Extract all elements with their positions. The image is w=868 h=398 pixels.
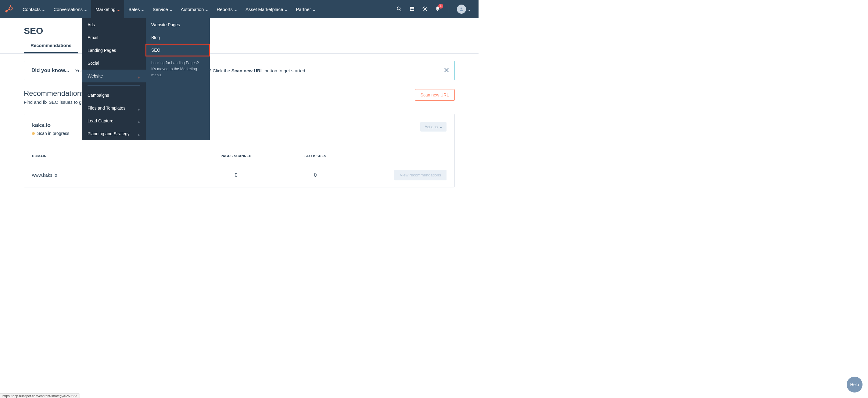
account-menu[interactable] bbox=[457, 5, 471, 14]
chevron-right-icon bbox=[138, 133, 140, 135]
divider bbox=[448, 5, 449, 13]
nav-label: Automation bbox=[181, 7, 204, 12]
dd-landing-pages[interactable]: Landing Pages bbox=[82, 44, 146, 57]
gear-icon[interactable] bbox=[422, 6, 428, 13]
dd-blog[interactable]: Blog bbox=[146, 31, 210, 44]
nav-sales[interactable]: Sales bbox=[124, 0, 149, 18]
nav-label: Asset Marketplace bbox=[246, 7, 283, 12]
cell-issues: 0 bbox=[276, 172, 355, 178]
col-pages: PAGES SCANNED bbox=[196, 154, 276, 158]
cell-domain: www.kaks.io bbox=[32, 172, 196, 178]
chevron-right-icon bbox=[138, 120, 140, 122]
nav-asset-marketplace[interactable]: Asset Marketplace bbox=[241, 0, 291, 18]
dd-note: Looking for Landing Pages? It's moved to… bbox=[146, 56, 210, 84]
nav-automation[interactable]: Automation bbox=[177, 0, 213, 18]
scan-new-url-button[interactable]: Scan new URL bbox=[415, 89, 455, 101]
chevron-right-icon bbox=[138, 75, 140, 77]
dd-planning-strategy[interactable]: Planning and Strategy bbox=[82, 127, 146, 140]
table-row: www.kaks.io 0 0 View recommendations bbox=[24, 163, 455, 187]
tabs: Recommendations Topics bbox=[0, 43, 478, 54]
svg-rect-7 bbox=[410, 8, 414, 11]
nav-label: Marketing bbox=[95, 7, 116, 12]
chevron-down-icon bbox=[42, 8, 45, 11]
nav-reports[interactable]: Reports bbox=[212, 0, 241, 18]
chevron-down-icon bbox=[439, 125, 442, 128]
dd-email[interactable]: Email bbox=[82, 31, 146, 44]
table-header: DOMAIN PAGES SCANNED SEO ISSUES bbox=[24, 154, 455, 163]
chevron-down-icon bbox=[141, 8, 144, 11]
dropdown-col-2: Website Pages Blog SEO Looking for Landi… bbox=[146, 18, 210, 140]
nav-label: Conversations bbox=[53, 7, 83, 12]
svg-line-2 bbox=[7, 9, 9, 11]
nav-label: Sales bbox=[128, 7, 140, 12]
dd-website[interactable]: Website bbox=[82, 69, 146, 82]
dd-social[interactable]: Social bbox=[82, 57, 146, 69]
col-domain: DOMAIN bbox=[32, 154, 196, 158]
nav-partner[interactable]: Partner bbox=[291, 0, 319, 18]
cell-pages: 0 bbox=[196, 172, 276, 178]
page-body: SEO Recommendations Topics Did you know.… bbox=[0, 18, 478, 188]
actions-button[interactable]: Actions bbox=[420, 122, 446, 132]
avatar bbox=[457, 5, 466, 14]
nav-label: Service bbox=[153, 7, 168, 12]
chevron-right-icon bbox=[138, 107, 140, 109]
scan-status: Scan in progress bbox=[32, 131, 69, 136]
svg-line-6 bbox=[400, 9, 402, 11]
dd-seo[interactable]: SEO bbox=[146, 44, 210, 56]
nav-items: Contacts Conversations Marketing Sales S… bbox=[18, 0, 320, 18]
svg-point-8 bbox=[424, 8, 426, 9]
top-nav: Contacts Conversations Marketing Sales S… bbox=[0, 0, 478, 18]
nav-utility: 1 bbox=[396, 5, 474, 14]
col-issues: SEO ISSUES bbox=[276, 154, 355, 158]
chevron-down-icon bbox=[313, 8, 315, 11]
domain-title: kaks.io bbox=[32, 122, 69, 129]
nav-conversations[interactable]: Conversations bbox=[49, 0, 91, 18]
dd-ads[interactable]: Ads bbox=[82, 18, 146, 31]
domain-table: DOMAIN PAGES SCANNED SEO ISSUES www.kaks… bbox=[24, 154, 455, 187]
dd-files-templates[interactable]: Files and Templates bbox=[82, 102, 146, 114]
nav-contacts[interactable]: Contacts bbox=[18, 0, 49, 18]
marketing-dropdown: Ads Email Landing Pages Social Website C… bbox=[82, 18, 210, 140]
svg-point-5 bbox=[397, 7, 400, 10]
svg-point-9 bbox=[437, 10, 438, 11]
divider bbox=[88, 85, 140, 86]
col-actions bbox=[355, 154, 446, 158]
close-icon[interactable] bbox=[444, 68, 449, 74]
nav-label: Partner bbox=[296, 7, 311, 12]
chevron-down-icon bbox=[205, 8, 208, 11]
chevron-down-icon bbox=[84, 8, 87, 11]
marketplace-icon[interactable] bbox=[409, 6, 415, 13]
tab-recommendations[interactable]: Recommendations bbox=[24, 43, 78, 53]
hubspot-logo[interactable] bbox=[4, 5, 13, 13]
status-dot-icon bbox=[32, 132, 35, 135]
bell-icon[interactable]: 1 bbox=[435, 6, 441, 13]
alert-lead: Did you know... bbox=[31, 67, 69, 74]
dd-website-pages[interactable]: Website Pages bbox=[146, 18, 210, 31]
nav-service[interactable]: Service bbox=[148, 0, 176, 18]
nav-label: Contacts bbox=[23, 7, 40, 12]
svg-point-4 bbox=[10, 5, 11, 6]
svg-point-10 bbox=[461, 8, 462, 9]
dropdown-col-1: Ads Email Landing Pages Social Website C… bbox=[82, 18, 146, 140]
search-icon[interactable] bbox=[396, 6, 402, 13]
view-recommendations-button[interactable]: View recommendations bbox=[394, 170, 446, 180]
nav-label: Reports bbox=[217, 7, 233, 12]
dd-lead-capture[interactable]: Lead Capture bbox=[82, 114, 146, 127]
chevron-down-icon bbox=[169, 8, 172, 11]
nav-marketing[interactable]: Marketing bbox=[91, 0, 124, 18]
notification-badge: 1 bbox=[438, 4, 443, 8]
chevron-down-icon bbox=[284, 8, 287, 11]
chevron-down-icon bbox=[117, 8, 120, 11]
chevron-down-icon bbox=[234, 8, 237, 11]
dd-campaigns[interactable]: Campaigns bbox=[82, 89, 146, 102]
chevron-down-icon bbox=[468, 8, 471, 11]
